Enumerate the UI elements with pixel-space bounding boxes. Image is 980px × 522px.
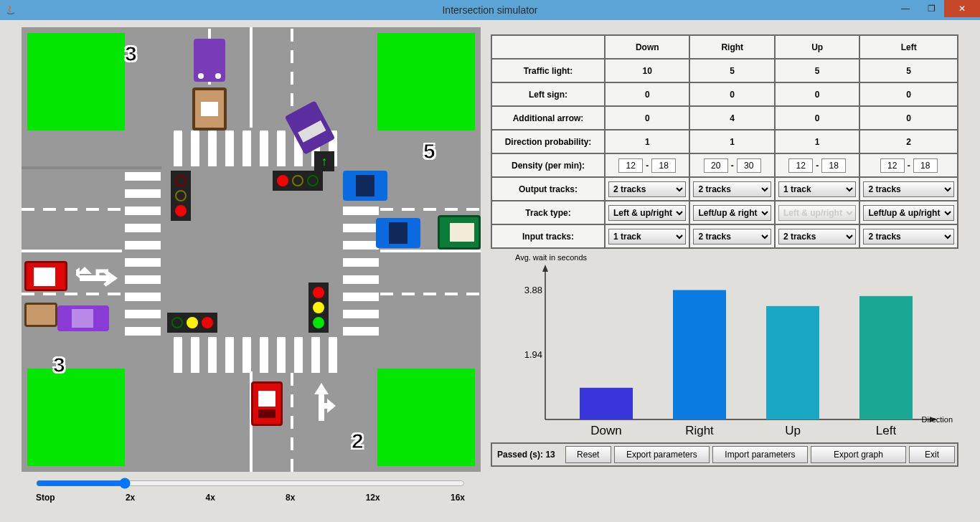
den-right-max[interactable] <box>737 158 761 173</box>
den-left-min[interactable] <box>880 158 905 173</box>
it-right[interactable]: 2 tracks <box>693 229 771 245</box>
simulation-panel: 3 5 3 2 ↑ <box>0 20 491 522</box>
parameter-table: Down Right Up Left Traffic light: 10 5 5… <box>491 34 958 249</box>
chart-svg <box>491 253 947 441</box>
maximize-button[interactable]: ❐ <box>918 0 944 17</box>
aa-down[interactable]: 0 <box>605 106 689 130</box>
aa-right[interactable]: 4 <box>689 106 774 130</box>
speed-tick-2: 4x <box>206 493 215 503</box>
speed-control: Stop 2x 4x 8x 12x 16x <box>22 478 479 503</box>
row-density: Density (per min): <box>491 153 605 177</box>
lane-label-br: 2 <box>352 429 364 453</box>
it-up[interactable]: 2 tracks <box>778 229 856 245</box>
svg-rect-13 <box>766 306 819 419</box>
dp-right[interactable]: 1 <box>689 130 774 153</box>
grass-top-right <box>377 33 475 130</box>
road-arrow-west <box>76 264 119 299</box>
aa-up[interactable]: 0 <box>775 106 859 130</box>
ls-right[interactable]: 0 <box>689 82 774 106</box>
den-right-min[interactable] <box>704 158 728 173</box>
ot-down[interactable]: 2 tracks <box>608 181 686 197</box>
den-left-max[interactable] <box>913 158 938 173</box>
ls-down[interactable]: 0 <box>605 82 689 106</box>
minimize-button[interactable]: — <box>892 0 918 17</box>
grass-bottom-right <box>377 369 475 466</box>
speed-tick-0: Stop <box>36 493 55 503</box>
car-purple-bus <box>194 39 225 82</box>
window-titlebar: Intersection simulator — ❐ ✕ <box>0 0 980 20</box>
wait-time-chart: Avg. wait in seconds 1.94 3.88 Down Righ… <box>491 253 958 441</box>
button-row: Passed (s): 13 Reset Export parameters I… <box>491 442 958 467</box>
svg-rect-11 <box>580 388 633 419</box>
svg-marker-6 <box>327 399 336 413</box>
dp-left[interactable]: 2 <box>859 130 958 153</box>
speed-tick-3: 8x <box>286 493 295 503</box>
window-title: Intersection simulator <box>442 4 537 16</box>
crosswalk-west <box>125 171 161 336</box>
ot-up[interactable]: 1 track <box>778 181 856 197</box>
it-left[interactable]: 2 tracks <box>863 229 954 245</box>
xcat-left: Left <box>864 424 908 438</box>
den-up-min[interactable] <box>788 158 813 173</box>
col-down: Down <box>605 35 689 59</box>
arrow-light-ne: ↑ <box>314 151 334 171</box>
export-graph-button[interactable]: Export graph <box>811 446 906 463</box>
passed-label: Passed (s): 13 <box>494 450 562 460</box>
row-input-tracks: Input tracks: <box>491 224 605 248</box>
xcat-right: Right <box>678 424 721 438</box>
svg-marker-0 <box>108 271 118 285</box>
tl-down[interactable]: 10 <box>605 59 689 82</box>
lane-label-tr: 5 <box>423 139 435 163</box>
col-right: Right <box>689 35 774 59</box>
chart-xlabel: Direction <box>922 415 953 424</box>
intersection-canvas: 3 5 3 2 ↑ <box>22 27 481 472</box>
reset-button[interactable]: Reset <box>565 446 611 463</box>
row-track-type: Track type: <box>491 201 605 224</box>
car-brown-1 <box>192 87 227 130</box>
tt-down[interactable]: Left & up/right <box>608 205 686 221</box>
traffic-light-sw <box>167 313 217 333</box>
car-red-west <box>24 261 67 291</box>
grass-bottom-left <box>27 369 125 466</box>
ls-left[interactable]: 0 <box>859 82 958 106</box>
car-red-south <box>251 381 283 426</box>
svg-rect-1 <box>80 275 108 281</box>
row-left-sign: Left sign: <box>491 82 605 106</box>
row-output-tracks: Output tracks: <box>491 177 605 201</box>
den-down-max[interactable] <box>651 158 676 173</box>
row-additional-arrow: Additional arrow: <box>491 106 605 130</box>
car-blue-1 <box>343 171 387 201</box>
col-up: Up <box>775 35 859 59</box>
control-panel: Down Right Up Left Traffic light: 10 5 5… <box>491 20 980 522</box>
lane-label-bl: 3 <box>53 353 65 377</box>
car-green-truck <box>438 215 481 250</box>
window-controls: — ❐ ✕ <box>892 0 980 20</box>
tt-left[interactable]: Left/up & up/right <box>863 205 954 221</box>
aa-left[interactable]: 0 <box>859 106 958 130</box>
svg-rect-14 <box>859 296 913 419</box>
speed-slider[interactable] <box>36 478 465 489</box>
lane-label-tl: 3 <box>125 42 137 66</box>
ls-up[interactable]: 0 <box>775 82 859 106</box>
export-params-button[interactable]: Export parameters <box>614 446 710 463</box>
close-button[interactable]: ✕ <box>944 0 980 17</box>
ot-left[interactable]: 2 tracks <box>863 181 954 197</box>
ytick-1: 3.88 <box>524 285 542 295</box>
speed-tick-1: 2x <box>126 493 135 503</box>
svg-marker-4 <box>314 383 329 394</box>
tl-up[interactable]: 5 <box>775 59 859 82</box>
dp-down[interactable]: 1 <box>605 130 689 153</box>
it-down[interactable]: 1 track <box>608 229 686 245</box>
tt-right[interactable]: Left/up & right <box>693 205 771 221</box>
row-direction-prob: Direction probability: <box>491 130 605 153</box>
den-up-max[interactable] <box>821 158 846 173</box>
exit-button[interactable]: Exit <box>909 446 955 463</box>
ot-right[interactable]: 2 tracks <box>693 181 771 197</box>
tl-left[interactable]: 5 <box>859 59 958 82</box>
traffic-light-se <box>308 283 329 333</box>
xcat-down: Down <box>585 424 628 438</box>
import-params-button[interactable]: Import parameters <box>712 446 808 463</box>
dp-up[interactable]: 1 <box>775 130 859 153</box>
den-down-min[interactable] <box>618 158 643 173</box>
tl-right[interactable]: 5 <box>689 59 774 82</box>
